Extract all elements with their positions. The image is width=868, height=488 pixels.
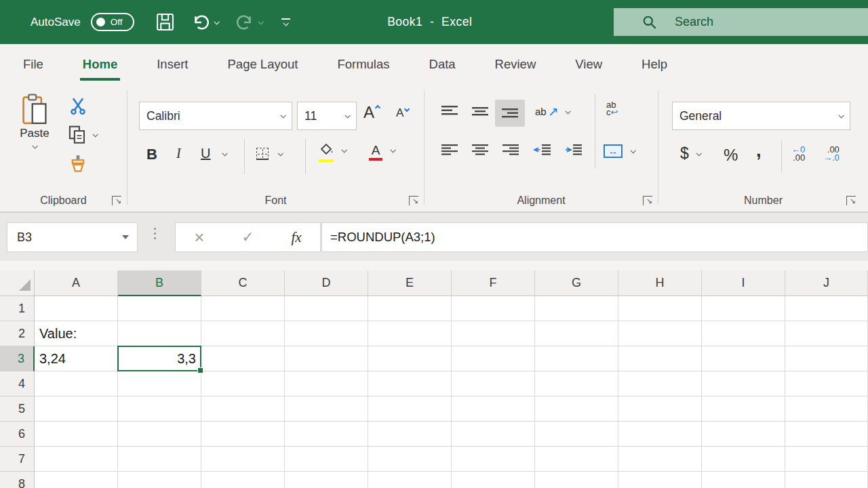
cut-button[interactable] xyxy=(70,97,86,115)
cell-J6[interactable] xyxy=(785,422,868,447)
select-all-button[interactable] xyxy=(0,270,35,296)
column-header-A[interactable]: A xyxy=(35,270,118,296)
cell-B5[interactable] xyxy=(118,396,201,422)
cell-E8[interactable] xyxy=(368,472,452,488)
tab-insert[interactable]: Insert xyxy=(137,44,208,85)
cell-E2[interactable] xyxy=(368,321,452,346)
copy-dropdown-icon[interactable] xyxy=(92,131,98,137)
decrease-decimal-button[interactable]: .00 →.0 xyxy=(823,146,840,162)
cell-B7[interactable] xyxy=(118,447,201,472)
row-header-1[interactable]: 1 xyxy=(0,296,35,321)
cell-I2[interactable] xyxy=(702,321,785,346)
cell-H7[interactable] xyxy=(618,447,702,472)
cell-C7[interactable] xyxy=(201,447,285,472)
cell-H3[interactable] xyxy=(618,346,702,371)
cell-A3[interactable]: 3,24 xyxy=(35,346,118,371)
cell-A2[interactable]: Value: xyxy=(35,321,118,346)
wrap-text-button[interactable]: ab c↩ xyxy=(606,101,618,116)
customize-quick-access-button[interactable] xyxy=(281,18,290,26)
column-header-F[interactable]: F xyxy=(452,270,535,296)
undo-dropdown-icon[interactable] xyxy=(214,19,219,24)
cell-G8[interactable] xyxy=(535,472,618,488)
cell-J7[interactable] xyxy=(785,447,868,472)
cell-F1[interactable] xyxy=(452,296,535,321)
cell-I7[interactable] xyxy=(702,447,785,472)
cell-H1[interactable] xyxy=(618,296,702,321)
cell-E5[interactable] xyxy=(368,396,452,422)
cell-D3[interactable] xyxy=(285,346,368,371)
save-button[interactable] xyxy=(156,13,174,31)
decrease-indent-button[interactable] xyxy=(533,144,551,155)
cell-J2[interactable] xyxy=(785,321,868,346)
cell-G2[interactable] xyxy=(535,321,618,346)
column-header-I[interactable]: I xyxy=(702,270,785,296)
cell-A7[interactable] xyxy=(35,447,118,472)
enter-icon[interactable]: ✓ xyxy=(241,228,254,246)
clipboard-dialog-launcher[interactable]: ↘ xyxy=(112,196,121,205)
insert-function-icon[interactable]: fx xyxy=(291,229,301,246)
autosave-toggle[interactable]: Off xyxy=(91,13,134,31)
italic-button[interactable]: I xyxy=(176,146,181,161)
orientation-dropdown-icon[interactable] xyxy=(565,108,570,114)
font-size-combobox[interactable]: 11 xyxy=(297,102,357,130)
cell-C6[interactable] xyxy=(201,422,285,447)
merge-center-button[interactable]: ↔ xyxy=(604,144,635,158)
cell-A1[interactable] xyxy=(35,296,118,321)
cell-J3[interactable] xyxy=(785,346,868,371)
copy-button[interactable] xyxy=(68,125,97,144)
cell-C4[interactable] xyxy=(201,371,285,396)
cell-I8[interactable] xyxy=(702,472,785,488)
increase-decimal-button[interactable]: ←0 .00 xyxy=(791,146,805,162)
cell-D5[interactable] xyxy=(285,396,368,422)
cell-I6[interactable] xyxy=(702,422,785,447)
increase-indent-button[interactable] xyxy=(564,144,582,155)
tab-page-layout[interactable]: Page Layout xyxy=(208,44,318,85)
fill-color-dropdown-icon[interactable] xyxy=(341,147,347,152)
undo-button[interactable] xyxy=(192,14,218,31)
row-header-4[interactable]: 4 xyxy=(0,371,35,396)
column-header-C[interactable]: C xyxy=(201,270,285,296)
cell-F6[interactable] xyxy=(452,422,535,447)
cell-D4[interactable] xyxy=(285,371,368,396)
cell-H4[interactable] xyxy=(618,371,702,396)
row-header-5[interactable]: 5 xyxy=(0,396,35,422)
cell-B4[interactable] xyxy=(118,371,201,396)
column-header-G[interactable]: G xyxy=(535,270,618,296)
column-header-E[interactable]: E xyxy=(368,270,452,296)
cell-E6[interactable] xyxy=(368,422,452,447)
cell-H5[interactable] xyxy=(618,396,702,422)
accounting-dropdown-icon[interactable] xyxy=(696,150,701,156)
tab-view[interactable]: View xyxy=(555,44,622,85)
cell-E7[interactable] xyxy=(368,447,452,472)
column-header-D[interactable]: D xyxy=(285,270,368,296)
cell-D8[interactable] xyxy=(285,472,368,488)
cell-B8[interactable] xyxy=(118,472,201,488)
number-format-combobox[interactable]: General xyxy=(672,102,850,130)
cell-H2[interactable] xyxy=(618,321,702,346)
underline-dropdown-icon[interactable] xyxy=(222,150,228,156)
cell-G3[interactable] xyxy=(535,346,618,371)
cell-E3[interactable] xyxy=(368,346,452,371)
row-header-3[interactable]: 3 xyxy=(0,346,35,371)
percent-style-button[interactable]: % xyxy=(724,146,738,165)
cell-F4[interactable] xyxy=(452,371,535,396)
cell-D2[interactable] xyxy=(285,321,368,346)
align-left-button[interactable] xyxy=(441,144,458,155)
cell-C1[interactable] xyxy=(201,296,285,321)
cell-G6[interactable] xyxy=(535,422,618,447)
cancel-icon[interactable]: × xyxy=(194,228,204,246)
bottom-align-button[interactable] xyxy=(495,100,525,127)
cell-H8[interactable] xyxy=(618,472,702,488)
tab-formulas[interactable]: Formulas xyxy=(317,44,409,85)
column-header-H[interactable]: H xyxy=(618,270,702,296)
cell-F8[interactable] xyxy=(452,472,535,488)
paste-dropdown-icon[interactable] xyxy=(32,143,37,148)
center-button[interactable] xyxy=(472,144,488,155)
cell-H6[interactable] xyxy=(618,422,702,447)
cell-F7[interactable] xyxy=(452,447,535,472)
orientation-button[interactable]: ab ↗ xyxy=(535,104,570,119)
font-dialog-launcher[interactable]: ↘ xyxy=(409,196,418,205)
accounting-format-button[interactable]: $ xyxy=(680,144,701,163)
formula-bar-handle[interactable] xyxy=(154,228,156,239)
cell-F2[interactable] xyxy=(452,321,535,346)
